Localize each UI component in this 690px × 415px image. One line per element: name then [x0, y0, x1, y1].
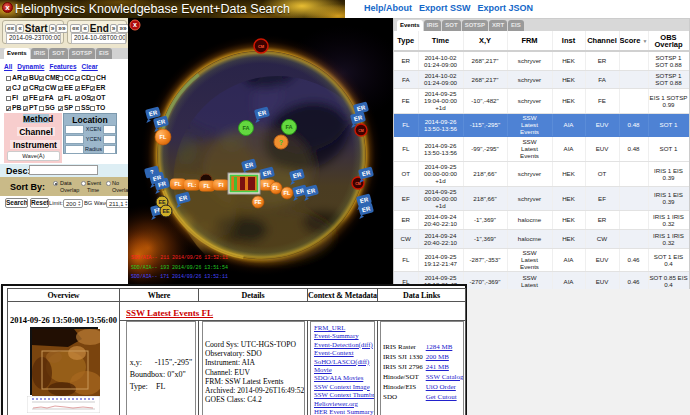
svg-text:FL: FL — [160, 134, 167, 140]
svg-text:FL: FL — [204, 183, 211, 189]
svg-text:CM: CM — [358, 129, 364, 133]
svg-text:FL: FL — [273, 185, 280, 191]
svg-text:FE: FE — [254, 199, 261, 205]
svg-text:?: ? — [279, 139, 283, 146]
svg-text:FI: FI — [219, 182, 224, 188]
svg-text:CM: CM — [258, 44, 265, 49]
svg-text:SDO/AIA-- 211 2014/09/26 13:52: SDO/AIA-- 211 2014/09/26 13:52:11 — [131, 255, 228, 260]
svg-text:FA: FA — [285, 124, 292, 130]
svg-text:x: x — [133, 21, 137, 28]
svg-text:EE: EE — [162, 208, 170, 214]
svg-text:SDO/AIA-- 193 2014/09/26 13:51: SDO/AIA-- 193 2014/09/26 13:51:54 — [131, 265, 228, 270]
svg-text:EE: EE — [158, 199, 166, 205]
svg-text:SDO/AIA-- 171 2014/09/26 13:52: SDO/AIA-- 171 2014/09/26 13:52:11 — [131, 274, 228, 279]
svg-text:FL:: FL: — [188, 182, 197, 188]
svg-text:FL: FL — [175, 181, 182, 187]
svg-text:FL: FL — [284, 190, 291, 196]
svg-text:FA: FA — [242, 125, 249, 131]
